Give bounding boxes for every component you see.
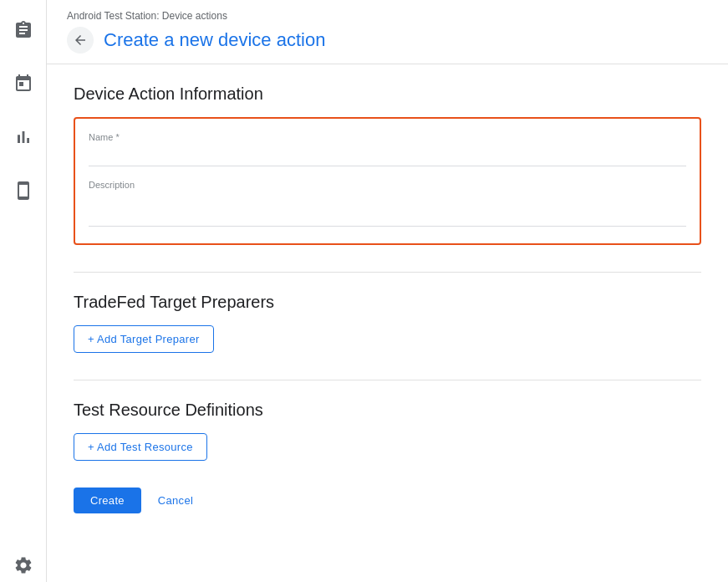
page-title: Create a new device action: [104, 29, 325, 51]
device-action-section-title: Device Action Information: [74, 84, 701, 104]
add-test-resource-button[interactable]: + Add Test Resource: [74, 433, 207, 461]
main-content: Android Test Station: Device actions Cre…: [47, 0, 728, 582]
create-button[interactable]: Create: [74, 488, 141, 513]
breadcrumb: Android Test Station: Device actions: [67, 10, 708, 22]
name-field-group: Name: [89, 132, 686, 166]
description-field-group: Description: [89, 180, 686, 230]
add-target-preparer-button[interactable]: + Add Target Preparer: [74, 325, 214, 353]
header: Android Test Station: Device actions Cre…: [47, 0, 728, 64]
bar-chart-icon[interactable]: [7, 120, 40, 154]
tradefed-section-title: TradeFed Target Preparers: [74, 293, 701, 312]
device-action-section: Device Action Information Name Descripti…: [74, 84, 701, 245]
cancel-button[interactable]: Cancel: [148, 488, 203, 513]
test-resource-section: Test Resource Definitions + Add Test Res…: [74, 401, 701, 461]
device-action-form-card: Name Description: [74, 117, 701, 245]
test-resource-section-title: Test Resource Definitions: [74, 401, 701, 420]
name-label: Name: [89, 132, 686, 142]
settings-icon[interactable]: [7, 549, 40, 582]
description-input[interactable]: [89, 193, 686, 227]
phone-icon[interactable]: [7, 174, 40, 207]
description-label: Description: [89, 180, 686, 190]
tradefed-section: TradeFed Target Preparers + Add Target P…: [74, 293, 701, 353]
calendar-icon[interactable]: [7, 67, 40, 100]
section-divider-2: [74, 380, 701, 380]
back-button[interactable]: [67, 27, 94, 54]
section-divider-1: [74, 272, 701, 273]
sidebar: [0, 0, 47, 582]
action-row: Create Cancel: [74, 488, 701, 513]
content-area: Device Action Information Name Descripti…: [47, 64, 728, 582]
name-input[interactable]: [89, 146, 686, 166]
clipboard-list-icon[interactable]: [7, 13, 40, 47]
